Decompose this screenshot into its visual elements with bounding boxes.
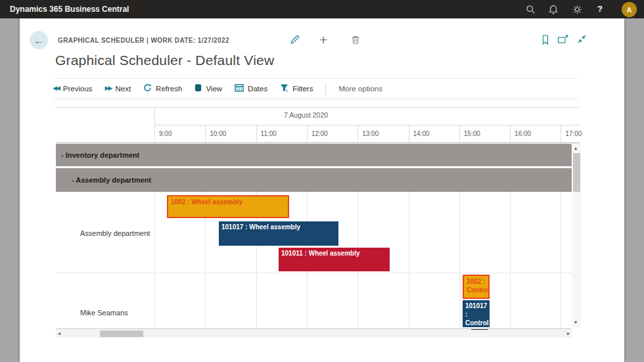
grid-line	[561, 125, 561, 143]
task-bar[interactable]: 1002 : Control	[463, 275, 490, 299]
hour-tick-label: 16:00	[515, 130, 531, 137]
grid-line	[357, 125, 358, 143]
resource-label: Assembly department	[80, 229, 150, 237]
grid-line	[256, 125, 257, 143]
group-row[interactable]: - Assembly department	[56, 168, 572, 192]
task-bar[interactable]: 101017 : Wheel assembly	[219, 221, 338, 246]
vertical-scroll-thumb[interactable]	[573, 153, 580, 192]
date-header: 7 August 2020	[284, 111, 328, 119]
task-bar[interactable]: 1002 : Wheel assembly	[167, 195, 289, 218]
hour-tick-label: 17:00	[565, 130, 582, 137]
scroll-up-arrow[interactable]: ▴	[574, 146, 577, 151]
chart-top-border	[55, 107, 580, 108]
scroll-left-arrow[interactable]: ◂	[58, 331, 60, 336]
hour-tick-label: 9:00	[159, 130, 172, 137]
resource-label: Mike Seamans	[80, 309, 128, 317]
horizontal-scroll-thumb[interactable]	[100, 330, 143, 337]
screen: Dynamics 365 Business Central ? A ← GRAP…	[0, 0, 644, 362]
hour-tick-label: 13:00	[362, 130, 379, 137]
scroll-right-arrow[interactable]: ▸	[567, 331, 570, 336]
task-bar[interactable]: 101011 : Wheel assembly	[279, 248, 390, 271]
hour-tick-label: 14:00	[413, 130, 430, 137]
task-bar[interactable]: 101017 : Control	[463, 300, 490, 327]
grid-line	[409, 125, 409, 143]
hour-tick-label: 11:00	[261, 130, 277, 137]
hour-row-bottom-border	[56, 143, 580, 143]
vertical-scrollbar[interactable]: ▴ ▾	[572, 144, 581, 327]
gantt-chart: 7 August 2020 9:0010:0011:0012:0013:0014…	[0, 0, 644, 362]
group-row[interactable]: - Inventory department	[56, 144, 572, 166]
scroll-down-arrow[interactable]: ▾	[574, 320, 577, 325]
chart-bottom-border	[56, 328, 572, 329]
hour-tick-label: 15:00	[464, 130, 480, 137]
hour-row-border	[154, 125, 580, 125]
grid-line	[510, 125, 511, 143]
row-separator	[56, 273, 572, 273]
grid-line	[205, 125, 206, 143]
hour-tick-label: 12:00	[311, 130, 328, 137]
hour-tick-label: 10:00	[210, 130, 226, 137]
horizontal-scrollbar[interactable]: ◂ ▸	[56, 330, 572, 338]
grid-line	[459, 125, 460, 143]
grid-line	[307, 125, 308, 143]
